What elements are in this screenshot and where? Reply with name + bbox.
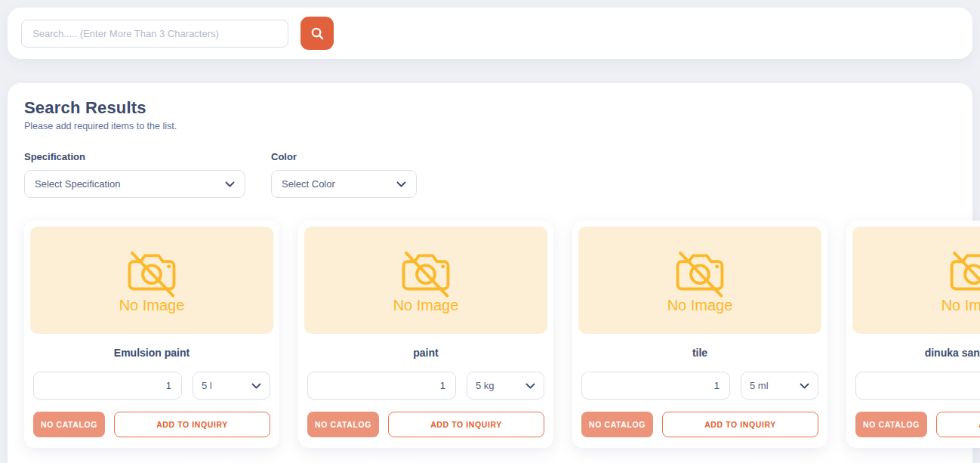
color-filter: Color Select Color	[271, 151, 417, 198]
card-actions: NO CATALOG ADD TO INQUIRY	[30, 412, 273, 437]
unit-select[interactable]: 5 l	[193, 372, 270, 400]
quantity-input[interactable]	[33, 372, 182, 400]
chevron-down-icon	[800, 380, 809, 391]
page-subtitle: Please add required items to the list.	[24, 121, 956, 131]
add-to-inquiry-button[interactable]: ADD TO INQUIRY	[662, 412, 818, 437]
add-to-inquiry-button[interactable]: ADD TO INQUIRY	[114, 412, 270, 437]
search-input[interactable]	[21, 20, 288, 48]
no-image-label: No Image	[119, 297, 185, 314]
add-to-inquiry-button[interactable]: ADD TO INQUIRY	[388, 412, 544, 437]
product-card: No Image Emulsion paint 5 l NO CATALOG A…	[24, 221, 279, 448]
product-name: dinuka sandaruwan	[852, 347, 980, 359]
unit-select[interactable]: 5 ml	[741, 372, 818, 400]
no-image-placeholder: No Image	[304, 227, 547, 334]
product-card: No Image dinuka sandaruwan 5 ton NO CATA…	[846, 221, 980, 448]
specification-filter: Specification Select Specification	[24, 151, 245, 198]
unit-select[interactable]: 5 kg	[467, 372, 544, 400]
unit-select-value: 5 ml	[750, 380, 769, 391]
no-image-placeholder: No Image	[30, 227, 273, 334]
card-actions: NO CATALOG ADD TO INQUIRY	[852, 412, 980, 437]
color-select[interactable]: Select Color	[271, 170, 417, 198]
search-results-panel: Search Results Please add required items…	[8, 83, 972, 463]
quantity-controls: 5 ton	[852, 372, 980, 400]
no-image-label: No Image	[667, 297, 733, 314]
quantity-input[interactable]	[581, 372, 730, 400]
color-select-value: Select Color	[282, 178, 335, 190]
no-image-label: No Image	[941, 297, 980, 314]
camera-off-icon	[943, 247, 980, 298]
search-icon	[310, 26, 325, 41]
camera-off-icon	[395, 247, 457, 298]
product-card: No Image paint 5 kg NO CATALOG ADD TO IN…	[298, 221, 553, 448]
product-name: Emulsion paint	[30, 347, 273, 359]
page-title: Search Results	[24, 98, 956, 118]
product-grid: No Image Emulsion paint 5 l NO CATALOG A…	[24, 221, 956, 448]
unit-select-value: 5 kg	[476, 380, 495, 391]
specification-select[interactable]: Select Specification	[24, 170, 245, 198]
no-image-label: No Image	[393, 297, 459, 314]
add-to-inquiry-button[interactable]: ADD TO INQUIRY	[936, 412, 980, 437]
quantity-input[interactable]	[855, 372, 980, 400]
unit-select-value: 5 l	[202, 380, 212, 391]
card-actions: NO CATALOG ADD TO INQUIRY	[304, 412, 547, 437]
product-card: No Image tile 5 ml NO CATALOG ADD TO INQ…	[572, 221, 827, 448]
quantity-controls: 5 kg	[304, 372, 547, 400]
search-bar	[8, 8, 972, 59]
quantity-controls: 5 ml	[578, 372, 821, 400]
specification-label: Specification	[24, 151, 245, 162]
no-catalog-button[interactable]: NO CATALOG	[855, 412, 927, 437]
no-catalog-button[interactable]: NO CATALOG	[581, 412, 653, 437]
chevron-down-icon	[251, 380, 261, 391]
product-name: tile	[578, 347, 821, 359]
no-image-placeholder: No Image	[852, 227, 980, 334]
quantity-input[interactable]	[307, 372, 456, 400]
color-label: Color	[271, 151, 417, 162]
chevron-down-icon	[525, 380, 535, 391]
no-image-placeholder: No Image	[578, 227, 821, 334]
quantity-controls: 5 l	[30, 372, 273, 400]
product-name: paint	[304, 347, 547, 359]
camera-off-icon	[121, 247, 183, 298]
specification-select-value: Select Specification	[35, 178, 120, 190]
filters-row: Specification Select Specification Color…	[24, 151, 956, 198]
no-catalog-button[interactable]: NO CATALOG	[33, 412, 105, 437]
chevron-down-icon	[225, 178, 235, 190]
no-catalog-button[interactable]: NO CATALOG	[307, 412, 379, 437]
camera-off-icon	[669, 247, 731, 298]
search-button[interactable]	[300, 17, 334, 50]
chevron-down-icon	[396, 178, 406, 190]
card-actions: NO CATALOG ADD TO INQUIRY	[578, 412, 821, 437]
